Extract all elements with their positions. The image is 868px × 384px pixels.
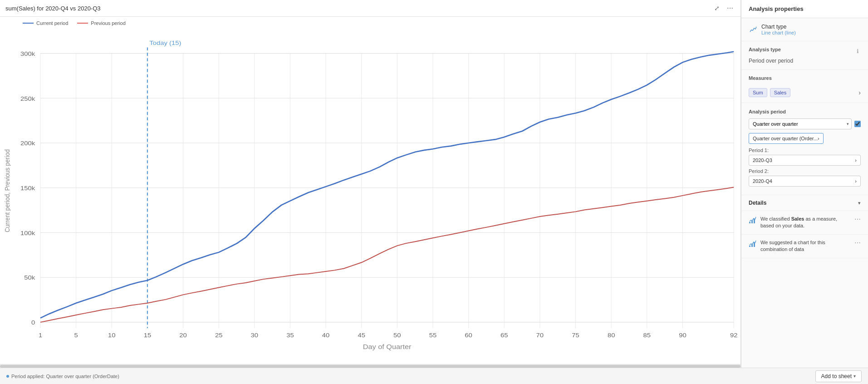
chart-type-value: Line chart (line) <box>761 30 796 35</box>
chart-type-section: Chart type Line chart (line) <box>741 18 868 41</box>
svg-text:90: 90 <box>679 332 687 339</box>
detail-item-1-more-button[interactable]: ⋯ <box>854 216 861 223</box>
today-label: Today (15) <box>149 39 181 46</box>
svg-rect-58 <box>751 221 753 223</box>
period-indicator-dot <box>6 375 9 378</box>
chart-legend: Current period Previous period <box>0 17 740 30</box>
panel-title: Analysis properties <box>749 5 804 12</box>
analysis-type-value: Period over period <box>749 58 861 64</box>
svg-text:15: 15 <box>144 332 152 339</box>
chart-svg: Today (15) 0 50k 100k 150k 200k 250k 300… <box>0 30 740 364</box>
analysis-period-label: Analysis period <box>749 109 786 114</box>
svg-text:55: 55 <box>429 332 437 339</box>
svg-text:250k: 250k <box>20 95 35 102</box>
detail-icon-1 <box>749 216 757 224</box>
sum-tag: Sum <box>749 88 767 97</box>
svg-rect-61 <box>751 244 753 247</box>
details-chevron-icon: ▾ <box>858 200 861 206</box>
analysis-type-label: Analysis type <box>749 47 781 52</box>
analysis-type-info-button[interactable]: ℹ <box>855 47 861 55</box>
svg-text:50k: 50k <box>24 274 35 281</box>
svg-text:10: 10 <box>108 332 116 339</box>
legend-previous-period: Previous period <box>77 20 125 26</box>
period1-dropdown[interactable]: 2020-Q3 › <box>749 155 861 166</box>
analysis-period-section: Analysis period Quarter over quarter ▾ Q… <box>741 103 868 195</box>
svg-text:200k: 200k <box>20 140 35 147</box>
quarter-over-quarter-button[interactable]: Quarter over quarter (Order... › <box>749 133 824 144</box>
period2-label: Period 2: <box>749 168 861 174</box>
period2-dropdown[interactable]: 2020-Q4 › <box>749 176 861 187</box>
chart-title: sum(Sales) for 2020-Q4 vs 2020-Q3 <box>5 5 101 12</box>
svg-text:35: 35 <box>286 332 294 339</box>
svg-text:300k: 300k <box>20 50 35 57</box>
svg-text:1: 1 <box>39 332 42 339</box>
detail-item-2: We suggested a chart for this combinatio… <box>741 235 868 258</box>
svg-rect-60 <box>749 246 750 247</box>
svg-text:85: 85 <box>643 332 651 339</box>
svg-text:5: 5 <box>74 332 78 339</box>
details-title: Details <box>749 200 766 206</box>
svg-text:20: 20 <box>179 332 187 339</box>
svg-text:150k: 150k <box>20 185 35 192</box>
sales-tag: Sales <box>770 88 791 97</box>
svg-text:60: 60 <box>465 332 472 339</box>
svg-rect-59 <box>754 219 755 223</box>
analysis-properties-panel: Analysis properties Chart type Line char… <box>741 0 868 368</box>
svg-text:40: 40 <box>322 332 330 339</box>
svg-text:65: 65 <box>500 332 508 339</box>
svg-text:45: 45 <box>358 332 365 339</box>
add-to-sheet-chevron-icon: ▾ <box>853 374 856 379</box>
legend-current-period: Current period <box>23 20 68 26</box>
panel-header: Analysis properties <box>741 0 868 18</box>
chart-type-icon <box>749 25 758 34</box>
chart-canvas: Today (15) 0 50k 100k 150k 200k 250k 300… <box>0 30 740 364</box>
svg-rect-62 <box>754 242 755 247</box>
analysis-type-section: Analysis type ℹ Period over period <box>741 41 868 70</box>
chart-type-label: Chart type <box>761 24 796 30</box>
legend-line-red <box>77 23 88 24</box>
svg-rect-57 <box>749 222 750 223</box>
detail-item-1-text: We classified Sales as a measure, based … <box>760 216 851 230</box>
period-applied-text: Period applied: Quarter over quarter (Or… <box>6 374 119 379</box>
detail-icon-2 <box>749 240 757 248</box>
svg-text:30: 30 <box>251 332 259 339</box>
add-to-sheet-button[interactable]: Add to sheet ▾ <box>815 370 862 382</box>
measures-section: Measures Sum Sales › <box>741 70 868 103</box>
period2-arrow-icon: › <box>855 178 857 184</box>
previous-period-line <box>40 187 734 322</box>
svg-text:100k: 100k <box>20 230 35 236</box>
current-period-line <box>40 52 734 318</box>
period1-arrow-icon: › <box>855 158 857 163</box>
svg-text:Day of Quarter: Day of Quarter <box>363 343 412 350</box>
period-dropdown[interactable]: Quarter over quarter <box>749 118 852 129</box>
detail-item-2-more-button[interactable]: ⋯ <box>854 239 861 246</box>
svg-text:Current period, Previous perio: Current period, Previous period <box>3 149 11 232</box>
expand-button[interactable]: ⤢ <box>712 4 721 13</box>
more-options-button[interactable]: ⋯ <box>725 4 735 13</box>
svg-text:50: 50 <box>393 332 401 339</box>
quarter-button-arrow-icon: › <box>818 136 819 141</box>
bottom-bar: Period applied: Quarter over quarter (Or… <box>0 368 868 384</box>
svg-text:25: 25 <box>215 332 223 339</box>
svg-text:0: 0 <box>31 319 35 326</box>
legend-line-blue <box>23 23 34 24</box>
svg-text:70: 70 <box>536 332 544 339</box>
svg-text:92: 92 <box>730 332 738 339</box>
detail-item-2-text: We suggested a chart for this combinatio… <box>760 239 851 253</box>
svg-text:80: 80 <box>608 332 615 339</box>
details-section: Details ▾ We classified Sales as a measu… <box>741 195 868 258</box>
period1-label: Period 1: <box>749 148 861 153</box>
details-header[interactable]: Details ▾ <box>741 195 868 211</box>
period-checkbox[interactable] <box>854 121 861 127</box>
svg-text:75: 75 <box>572 332 579 339</box>
measures-label: Measures <box>749 75 772 81</box>
detail-item-1: We classified Sales as a measure, based … <box>741 211 868 235</box>
chart-scrollbar[interactable] <box>0 364 740 368</box>
measures-arrow-button[interactable]: › <box>858 89 861 96</box>
